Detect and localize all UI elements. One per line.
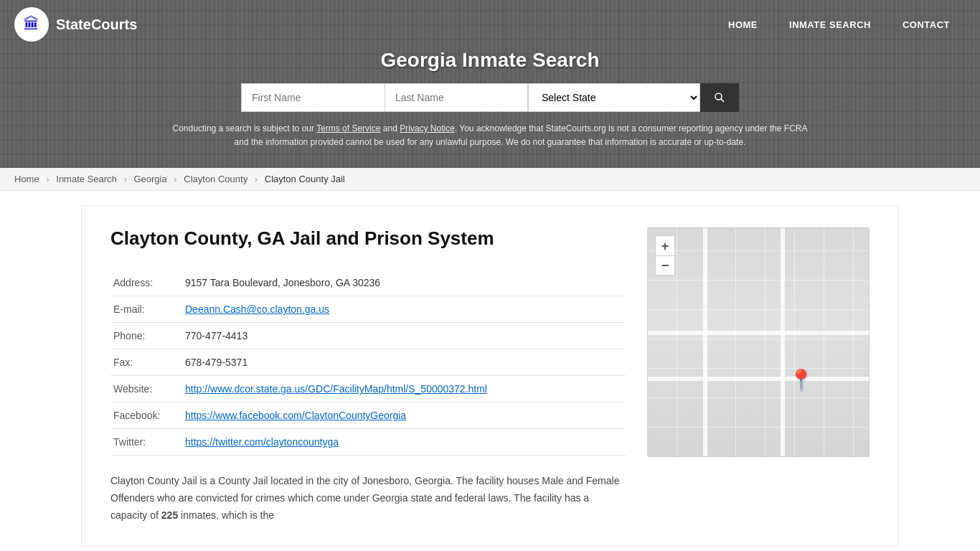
email-label: E-mail: [110,296,182,323]
state-select[interactable]: Select State Georgia [528,83,700,112]
breadcrumb-georgia[interactable]: Georgia [133,174,166,184]
fax-value: 678-479-5371 [182,349,626,376]
nav-link-contact[interactable]: CONTACT [887,12,966,37]
breadcrumb-home[interactable]: Home [14,174,39,184]
breadcrumb-sep-1: › [46,174,49,184]
nav-item-contact: CONTACT [887,12,966,37]
map-road-2 [648,377,869,381]
navigation: 🏛 StateCourts HOME INMATE SEARCH CONTACT [0,0,980,49]
breadcrumb-inmate-search[interactable]: Inmate Search [56,174,117,184]
facebook-label: Facebook: [110,402,182,429]
map-road-4 [781,228,785,456]
table-row-address: Address: 9157 Tara Boulevard, Jonesboro,… [110,270,626,296]
table-row-phone: Phone: 770-477-4413 [110,323,626,349]
content-left: Clayton County, GA Jail and Prison Syste… [110,227,626,524]
facility-description: Clayton County Jail is a County Jail loc… [110,473,626,524]
facebook-link[interactable]: https://www.facebook.com/ClaytonCountyGe… [185,410,406,421]
map-road-3 [703,228,707,456]
nav-link-inmate-search[interactable]: INMATE SEARCH [773,12,887,37]
map-container: 📍 + − [647,227,870,457]
phone-label: Phone: [110,323,182,349]
map-grid-v [648,228,869,456]
nav-item-inmate-search: INMATE SEARCH [773,12,887,37]
breadcrumb-sep-2: › [123,174,126,184]
search-button[interactable] [700,83,739,112]
hero-notice: Conducting a search is subject to our Te… [167,122,813,161]
hero-title: Georgia Inmate Search [14,49,966,72]
logo-icon: 🏛 [14,7,49,42]
last-name-input[interactable] [385,83,528,112]
map-zoom-in-button[interactable]: + [655,235,675,255]
twitter-link[interactable]: https://twitter.com/claytoncountyga [185,436,339,448]
address-value: 9157 Tara Boulevard, Jonesboro, GA 30236 [182,270,626,296]
content-right: 📍 + − [647,227,870,524]
address-label: Address: [110,270,182,296]
description-after: inmates, which is the [178,509,274,521]
website-link[interactable]: http://www.dcor.state.ga.us/GDC/Facility… [185,383,487,395]
hero-section: 🏛 StateCourts HOME INMATE SEARCH CONTACT… [0,0,980,168]
email-link[interactable]: Deeann.Cash@co.clayton.ga.us [185,303,329,315]
logo-link[interactable]: 🏛 StateCourts [14,7,137,42]
phone-value: 770-477-4413 [182,323,626,349]
capacity-number: 225 [161,509,178,521]
privacy-link[interactable]: Privacy Notice [400,123,455,133]
table-row-website: Website: http://www.dcor.state.ga.us/GDC… [110,376,626,402]
breadcrumb: Home › Inmate Search › Georgia › Clayton… [0,168,980,191]
twitter-label: Twitter: [110,429,182,456]
facility-title: Clayton County, GA Jail and Prison Syste… [110,227,626,250]
twitter-value: https://twitter.com/claytoncountyga [182,429,626,456]
logo-text: StateCourts [56,17,137,33]
map-zoom-out-button[interactable]: − [655,255,675,276]
nav-link-home[interactable]: HOME [712,12,773,37]
facility-info-table: Address: 9157 Tara Boulevard, Jonesboro,… [110,270,626,456]
breadcrumb-current: Clayton County Jail [265,174,345,184]
nav-links-list: HOME INMATE SEARCH CONTACT [712,12,966,37]
table-row-twitter: Twitter: https://twitter.com/claytoncoun… [110,429,626,456]
first-name-input[interactable] [241,83,385,112]
breadcrumb-clayton-county[interactable]: Clayton County [184,174,248,184]
map-controls: + − [655,235,675,276]
website-value: http://www.dcor.state.ga.us/GDC/Facility… [182,376,626,402]
breadcrumb-sep-4: › [255,174,258,184]
table-row-fax: Fax: 678-479-5371 [110,349,626,376]
facebook-value: https://www.facebook.com/ClaytonCountyGe… [182,402,626,429]
breadcrumb-sep-3: › [174,174,176,184]
content-card: Clayton County, GA Jail and Prison Syste… [81,205,899,546]
search-bar: Select State Georgia [14,83,966,112]
table-row-email: E-mail: Deeann.Cash@co.clayton.ga.us [110,296,626,323]
fax-label: Fax: [110,349,182,376]
email-value: Deeann.Cash@co.clayton.ga.us [182,296,626,323]
svg-line-1 [721,99,724,102]
website-label: Website: [110,376,182,402]
map-pin: 📍 [788,368,814,392]
nav-item-home: HOME [712,12,773,37]
search-icon [713,91,726,104]
hero-content: Georgia Inmate Search Select State Georg… [0,49,980,168]
terms-link[interactable]: Terms of Service [316,123,380,133]
table-row-facebook: Facebook: https://www.facebook.com/Clayt… [110,402,626,429]
map-road-1 [648,331,869,335]
svg-point-0 [715,93,722,100]
main-wrapper: Clayton County, GA Jail and Prison Syste… [67,191,913,551]
